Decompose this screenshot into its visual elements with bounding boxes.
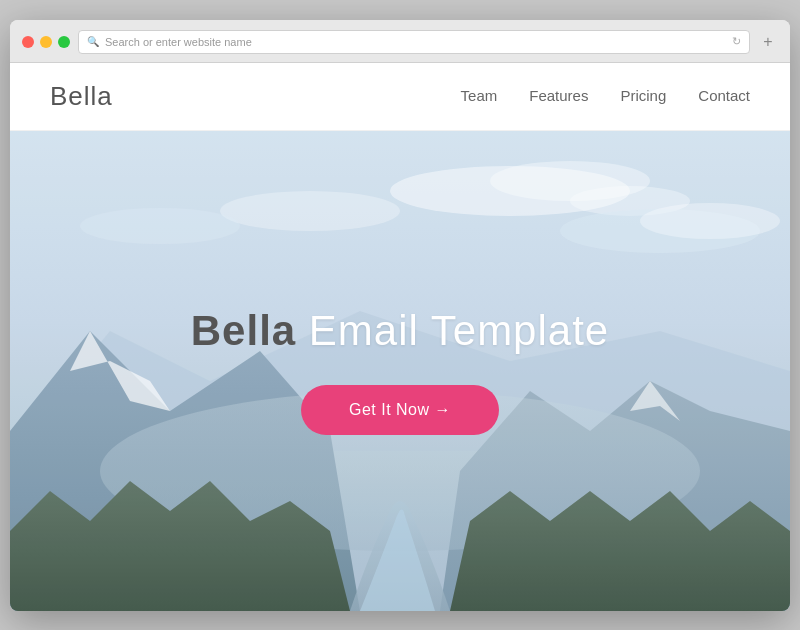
- close-button[interactable]: [22, 36, 34, 48]
- nav-item-features[interactable]: Features: [529, 87, 588, 105]
- nav-item-pricing[interactable]: Pricing: [620, 87, 666, 105]
- nav-link-features[interactable]: Features: [529, 87, 588, 104]
- site-nav: Bella Team Features Pricing Contact: [10, 63, 790, 131]
- browser-window: 🔍 Search or enter website name ↻ + Bella…: [10, 20, 790, 611]
- address-text: Search or enter website name: [105, 36, 252, 48]
- new-tab-button[interactable]: +: [758, 32, 778, 52]
- minimize-button[interactable]: [40, 36, 52, 48]
- maximize-button[interactable]: [58, 36, 70, 48]
- site-logo: Bella: [50, 81, 113, 112]
- traffic-lights: [22, 36, 70, 48]
- search-icon: 🔍: [87, 36, 99, 47]
- browser-chrome: 🔍 Search or enter website name ↻ +: [10, 20, 790, 63]
- hero-overlay: Bella Email Template Get It Now →: [10, 131, 790, 611]
- nav-link-contact[interactable]: Contact: [698, 87, 750, 104]
- website-content: Bella Team Features Pricing Contact: [10, 63, 790, 611]
- refresh-icon: ↻: [732, 35, 741, 48]
- hero-title: Bella Email Template: [191, 307, 609, 355]
- nav-links: Team Features Pricing Contact: [461, 87, 750, 105]
- address-bar[interactable]: 🔍 Search or enter website name ↻: [78, 30, 750, 54]
- hero-title-bold: Bella: [191, 307, 296, 354]
- nav-link-team[interactable]: Team: [461, 87, 498, 104]
- nav-link-pricing[interactable]: Pricing: [620, 87, 666, 104]
- hero-title-rest: Email Template: [309, 307, 609, 354]
- cta-button[interactable]: Get It Now →: [301, 385, 499, 435]
- nav-item-team[interactable]: Team: [461, 87, 498, 105]
- nav-item-contact[interactable]: Contact: [698, 87, 750, 105]
- hero-section: Bella Email Template Get It Now →: [10, 131, 790, 611]
